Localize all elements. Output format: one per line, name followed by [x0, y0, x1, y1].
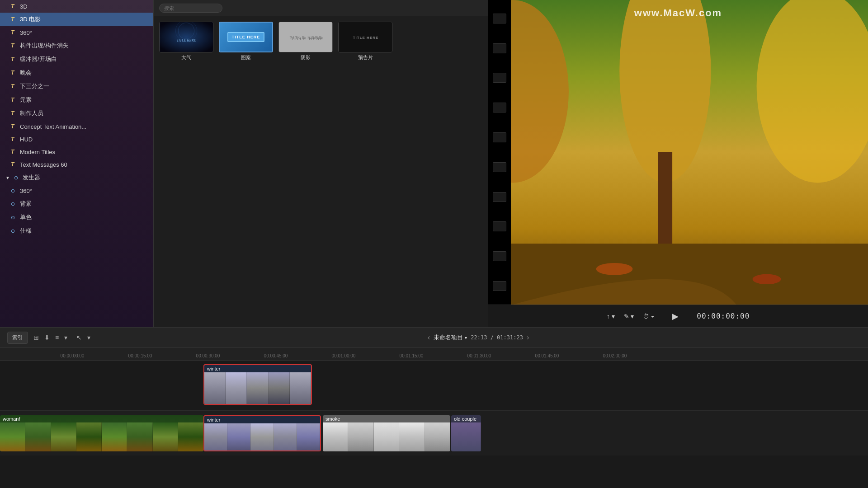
- clip-label-winter-overlay: winter: [204, 365, 311, 372]
- film-hole: [493, 43, 506, 53]
- sidebar-item-credits[interactable]: T 制作人员: [0, 107, 153, 120]
- sidebar-item-text-messages[interactable]: T Text Messages 60: [0, 158, 153, 171]
- preview-video: [488, 0, 868, 305]
- nav-next-button[interactable]: ›: [527, 333, 529, 342]
- index-button[interactable]: 索引: [7, 332, 28, 344]
- sidebar-item-label: 晚会: [20, 69, 32, 77]
- export-button[interactable]: ↑ ▾: [607, 313, 615, 320]
- sidebar-item-label: 缓冲器/开场白: [20, 55, 57, 63]
- sidebar-item-360[interactable]: T 360°: [0, 26, 153, 39]
- film-hole: [493, 281, 506, 291]
- sidebar-item-label: 3D: [20, 3, 28, 10]
- text-icon: T: [9, 69, 16, 76]
- text-icon: T: [9, 83, 16, 90]
- clip-frame: [399, 422, 425, 451]
- sidebar-item-3d-movie[interactable]: T 3D 电影: [0, 13, 153, 26]
- list-icon[interactable]: ≡: [55, 334, 59, 341]
- thumbnail-pattern[interactable]: TITLE HERE 图案: [219, 22, 273, 61]
- tool-button[interactable]: ✎ ▾: [624, 313, 634, 320]
- film-hole: [493, 251, 506, 261]
- clip-smoke[interactable]: smoke: [323, 415, 450, 451]
- clip-old-couple[interactable]: old couple: [451, 415, 481, 451]
- sidebar-item-party[interactable]: T 晚会: [0, 66, 153, 80]
- film-hole: [493, 192, 506, 202]
- text-icon: T: [9, 56, 16, 63]
- index-label: 索引: [12, 334, 23, 342]
- sidebar-item-label: Concept Text Animation...: [20, 123, 86, 130]
- sidebar-item-lower-third[interactable]: T 下三分之一: [0, 80, 153, 93]
- ruler-mark-3: 00:00:45:00: [264, 353, 288, 358]
- sidebar-item-label: 单色: [20, 213, 32, 221]
- sidebar-item-solid[interactable]: ⊙ 单色: [0, 211, 153, 224]
- nav-prev-button[interactable]: ‹: [428, 333, 430, 342]
- speed-button[interactable]: ⏱ ▾: [643, 313, 654, 320]
- play-button[interactable]: ▶: [672, 311, 679, 321]
- thumbnail-atmospheric[interactable]: TITLE HERE 大气: [159, 22, 213, 61]
- ruler-mark-6: 00:01:30:00: [467, 353, 491, 358]
- grid-icon[interactable]: ⊞: [33, 334, 39, 341]
- timeline-ruler: 00:00:00:00 00:00:15:00 00:00:30:00 00:0…: [0, 348, 868, 361]
- section-header-generator[interactable]: ▼ ⊙ 发生器: [0, 171, 153, 184]
- thumbnail-label: 预告片: [358, 54, 373, 61]
- thumbnail-label: 图案: [241, 54, 251, 61]
- main-track: womanf winter: [0, 410, 868, 455]
- text-icon: T: [9, 161, 16, 168]
- circle-icon: ⊙: [9, 227, 16, 235]
- clip-winter-overlay[interactable]: winter: [203, 364, 312, 405]
- clip-frames-winter: [204, 423, 320, 450]
- clip-frame: [323, 422, 348, 451]
- clip-frame: [269, 372, 290, 404]
- ruler-mark-2: 00:00:30:00: [196, 353, 220, 358]
- svg-rect-0: [160, 22, 213, 52]
- sidebar-item-gen-360[interactable]: ⊙ 360°: [0, 184, 153, 197]
- film-hole: [493, 103, 506, 113]
- sidebar-item-spec[interactable]: ⊙ 仕様: [0, 224, 153, 238]
- clip-frame: [178, 422, 203, 451]
- text-icon: T: [9, 123, 16, 130]
- dropdown-icon[interactable]: ▾: [64, 334, 67, 341]
- film-hole: [493, 162, 506, 172]
- sidebar-item-3d[interactable]: T 3D: [0, 0, 153, 13]
- clip-frame: [25, 422, 51, 451]
- chevron-down-icon: ▼: [5, 175, 10, 180]
- ruler-mark-5: 00:01:15:00: [400, 353, 424, 358]
- project-dropdown-icon: ▾: [465, 335, 467, 340]
- text-icon: T: [9, 148, 16, 155]
- download-icon[interactable]: ⬇: [44, 334, 50, 341]
- clip-womanf[interactable]: womanf: [0, 415, 203, 451]
- clip-frame: [51, 422, 76, 451]
- svg-point-32: [753, 274, 781, 284]
- text-icon: T: [9, 16, 16, 23]
- sidebar-item-appear[interactable]: T 构件出现/构件消失: [0, 39, 153, 52]
- sidebar-item-concept[interactable]: T Concept Text Animation...: [0, 120, 153, 133]
- cursor-dropdown-icon[interactable]: ▾: [87, 334, 90, 341]
- sidebar-item-modern[interactable]: T Modern Titles: [0, 145, 153, 158]
- thumbnail-trailer[interactable]: TITLE HERE 预告片: [338, 22, 392, 61]
- thumbnail-shadow[interactable]: TITLE HERE TITLE HERE 阴影: [278, 22, 333, 61]
- clip-winter[interactable]: winter: [203, 415, 321, 451]
- circle-icon: ⊙: [9, 214, 16, 221]
- clip-frame: [204, 372, 226, 404]
- film-strip-panel: [488, 0, 511, 305]
- sidebar-item-label: HUD: [20, 136, 33, 143]
- search-input[interactable]: [159, 4, 222, 13]
- clip-frame: [425, 422, 450, 451]
- clip-frame: [76, 422, 102, 451]
- sidebar-item-buffer[interactable]: T 缓冲器/开场白: [0, 52, 153, 66]
- sidebar-item-label: 3D 电影: [20, 15, 41, 23]
- sidebar-item-background[interactable]: ⊙ 背景: [0, 197, 153, 211]
- project-name[interactable]: 未命名项目 ▾: [434, 333, 467, 342]
- overlay-track: winter: [0, 361, 868, 410]
- svg-text:TITLE HERE: TITLE HERE: [291, 37, 324, 41]
- film-hole: [493, 73, 506, 83]
- section-label: 发生器: [23, 174, 40, 182]
- sidebar-item-elements[interactable]: T 元素: [0, 93, 153, 107]
- sidebar-item-hud[interactable]: T HUD: [0, 133, 153, 145]
- clip-frame: [297, 423, 320, 450]
- sidebar-item-label: Text Messages 60: [20, 161, 67, 168]
- clip-frame: [348, 422, 373, 451]
- cursor-icon[interactable]: ↖: [76, 334, 82, 341]
- sidebar-item-label: 360°: [20, 188, 32, 194]
- timeline: 00:00:00:00 00:00:15:00 00:00:30:00 00:0…: [0, 348, 868, 488]
- sidebar-item-label: 元素: [20, 96, 32, 104]
